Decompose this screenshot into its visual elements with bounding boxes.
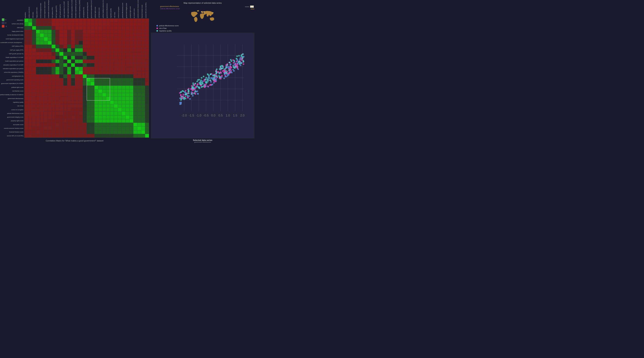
scatter-section: judicial effectiveness score rule of law… — [151, 25, 254, 142]
scatter-dot-regulatory — [156, 30, 158, 32]
matrix-cell — [52, 60, 56, 63]
matrix-cell — [114, 104, 118, 108]
matrix-cell — [59, 104, 63, 108]
matrix-cell — [126, 48, 130, 52]
matrix-cell — [83, 78, 87, 82]
matrix-cell — [137, 108, 141, 112]
matrix-cell — [90, 86, 94, 89]
matrix-cell — [94, 134, 98, 138]
matrix-cell — [32, 100, 36, 104]
matrix-cell — [133, 26, 137, 30]
matrix-cell — [44, 74, 48, 78]
matrix-cell — [44, 119, 48, 123]
matrix-cell — [48, 78, 52, 82]
matrix-cell — [137, 37, 141, 41]
matrix-cell — [106, 30, 110, 34]
scatter-point — [216, 78, 217, 80]
matrix-cell — [87, 34, 90, 37]
matrix-cell — [71, 41, 75, 45]
matrix-cell — [71, 45, 75, 48]
matrix-cell — [56, 134, 59, 138]
matrix-cell — [40, 30, 44, 34]
matrix-cell — [48, 30, 52, 34]
matrix-cell — [145, 82, 149, 86]
matrix-cell — [67, 123, 71, 126]
scatter-point — [223, 78, 225, 79]
matrix-cell — [110, 60, 114, 63]
matrix-cell — [87, 52, 90, 56]
matrix-cell — [98, 82, 102, 86]
matrix-cell — [94, 86, 98, 89]
matrix-cell — [106, 56, 110, 60]
matrix-cell — [98, 37, 102, 41]
matrix-cell — [133, 134, 137, 138]
matrix-cell — [130, 56, 133, 60]
matrix-cell — [83, 104, 87, 108]
scatter-point — [235, 63, 236, 65]
matrix-cell — [59, 119, 63, 123]
matrix-cell — [63, 41, 67, 45]
matrix-cell — [137, 34, 141, 37]
row-label: sustainable economic development ... — [0, 42, 24, 43]
row-label: rule of law — [0, 105, 24, 107]
matrix-cell — [36, 45, 40, 48]
matrix-cell — [106, 130, 110, 134]
matrix-cell — [44, 130, 48, 134]
matrix-cell — [75, 45, 79, 48]
matrix-cell — [102, 130, 106, 134]
scatter-dot-judicial — [156, 25, 158, 26]
matrix-cell — [94, 52, 98, 56]
matrix-cell — [90, 89, 94, 93]
matrix-cell — [36, 52, 40, 56]
matrix-cell — [32, 104, 36, 108]
matrix-cell — [40, 48, 44, 52]
svg-text:0.0: 0.0 — [211, 114, 216, 117]
matrix-cell — [137, 71, 141, 74]
scatter-title: Selected data series — [151, 139, 254, 141]
matrix-cell — [63, 78, 67, 82]
matrix-cell — [48, 18, 52, 22]
matrix-cell — [83, 26, 87, 30]
matrix-cell — [145, 96, 149, 100]
matrix-cell — [63, 86, 67, 89]
matrix-cell — [130, 67, 133, 70]
matrix-cell — [126, 130, 130, 134]
matrix-cell — [130, 41, 133, 45]
scatter-point — [234, 67, 236, 69]
matrix-cell — [98, 89, 102, 93]
matrix-cell — [126, 41, 130, 45]
matrix-cell — [137, 30, 141, 34]
matrix-cell — [98, 112, 102, 115]
matrix-cell — [63, 56, 67, 60]
matrix-cell — [126, 108, 130, 112]
matrix-cell — [36, 34, 40, 37]
matrix-cell — [67, 82, 71, 86]
scatter-point — [181, 96, 183, 98]
matrix-cell — [94, 104, 98, 108]
scatter-legend-regulatory: regulatory quality — [156, 30, 254, 32]
scatter-point — [192, 88, 193, 90]
matrix-cell — [141, 82, 145, 86]
matrix-cell — [90, 93, 94, 96]
matrix-cell — [141, 34, 145, 37]
col-label: population — [24, 12, 28, 18]
matrix-cell — [114, 108, 118, 112]
matrix-cell — [52, 56, 56, 60]
matrix-cell — [145, 48, 149, 52]
matrix-cell — [67, 52, 71, 56]
matrix-cell — [141, 126, 145, 130]
matrix-cell — [44, 126, 48, 130]
matrix-cell — [71, 48, 75, 52]
matrix-cell — [56, 45, 59, 48]
matrix-cell — [114, 18, 118, 22]
matrix-cell — [145, 78, 149, 82]
matrix-cell — [48, 56, 52, 60]
matrix-cell — [71, 134, 75, 138]
matrix-cell — [133, 71, 137, 74]
matrix-cell — [145, 45, 149, 48]
matrix-cell — [106, 134, 110, 138]
matrix-cell — [40, 18, 44, 22]
scatter-point — [242, 56, 243, 58]
matrix-cell — [118, 86, 122, 89]
matrix-cell — [98, 34, 102, 37]
